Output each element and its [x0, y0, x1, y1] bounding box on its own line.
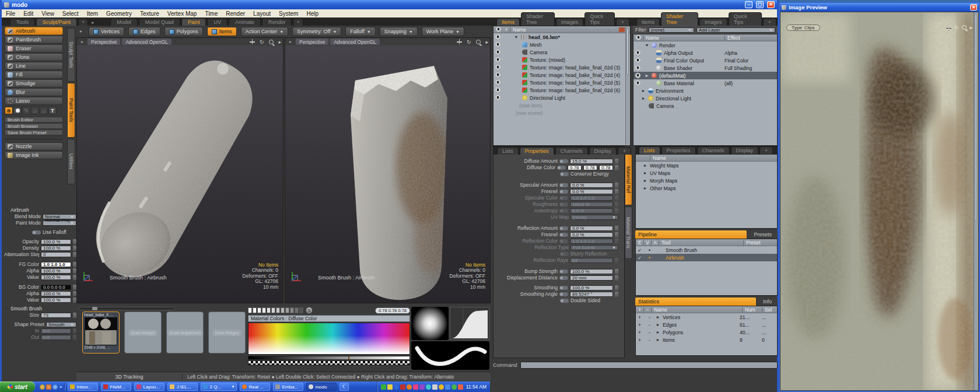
preview-canvas[interactable]: Type: Clips ↻ ▸ [780, 12, 979, 391]
fg-color-field[interactable]: 1.0 1.0 1.0 [41, 262, 71, 267]
pan-icon[interactable] [946, 25, 951, 30]
stat-row[interactable]: +-►Polygons40...... [636, 328, 777, 336]
chevron-right-icon[interactable]: ▸ [970, 24, 972, 30]
opacity-field[interactable]: 100.0 % [41, 239, 71, 244]
quicklaunch-overflow-icon[interactable]: » [60, 384, 62, 390]
value-swatch[interactable] [248, 307, 252, 313]
pan-icon[interactable] [457, 39, 462, 44]
menu-geometry[interactable]: Geometry [102, 10, 136, 17]
pipeline-row-selected[interactable]: ✓•Airbrush [636, 254, 777, 261]
vtab-paint-tools[interactable]: Paint Tools [67, 83, 75, 138]
value-swatch[interactable] [253, 307, 257, 313]
clip-type-button[interactable]: Type: Clips [786, 24, 820, 31]
brush-tip-text[interactable]: T [48, 107, 57, 114]
stat-row[interactable]: +-►Vertices21...... [636, 313, 777, 321]
quicklaunch-ie-icon[interactable] [52, 384, 58, 390]
task-button-group[interactable]: 2 Q...▼ [201, 383, 237, 391]
work-plane-dropdown[interactable]: Work Plane▼ [422, 27, 464, 36]
expander-icon[interactable]: ► [656, 323, 660, 327]
item-row[interactable]: Texture: Image: head_bake_final_02d (3) [494, 64, 630, 71]
brush-tip-round-hard[interactable] [13, 107, 22, 114]
expand-plus[interactable]: + [636, 314, 643, 320]
chevron-right-icon[interactable]: ▸ [485, 39, 488, 45]
tool-paintbrush[interactable]: Paintbrush [5, 36, 63, 44]
zoom-icon[interactable] [476, 40, 481, 44]
mode-vertices-button[interactable]: Vertices [89, 27, 124, 36]
eye-icon[interactable] [495, 80, 501, 85]
specular-fresnel-field[interactable]: 0.0 % [570, 189, 613, 194]
tab-paint[interactable]: Paint [181, 18, 206, 26]
smoothing-angle-field[interactable]: 89.5247 ° [570, 292, 613, 297]
fg-value-field[interactable]: 100.0 % [41, 275, 71, 280]
tool-lasso[interactable]: Lasso [5, 97, 63, 105]
tray-icon[interactable] [432, 384, 438, 390]
pipeline-title[interactable]: Pipeline [635, 230, 747, 239]
eye-icon[interactable] [495, 50, 501, 55]
expander-icon[interactable]: ► [656, 315, 660, 319]
conserve-energy-checkbox[interactable] [560, 172, 569, 176]
tray-icon[interactable] [381, 384, 386, 390]
enable-check-icon[interactable]: ✓ [636, 247, 643, 253]
item-row[interactable]: Texture: Image: head_bake_final_02d (4) [494, 71, 630, 79]
filter-select[interactable]: (none)▼ [649, 27, 694, 33]
pan-icon[interactable] [250, 39, 255, 44]
preview-scrollbar[interactable] [974, 12, 978, 390]
viewport-mode-button[interactable]: Perspective [88, 38, 120, 45]
hue-saturation-field[interactable] [248, 323, 410, 355]
tool-image-ink[interactable]: Image Ink [5, 151, 63, 159]
brightness-slider[interactable] [248, 356, 410, 360]
menu-texture[interactable]: Texture [136, 10, 163, 17]
statistics-title[interactable]: Statistics [635, 298, 756, 306]
menu-item[interactable]: Item [83, 10, 102, 17]
item-row-new[interactable]: (new item) [494, 102, 630, 109]
eye-icon[interactable] [495, 88, 501, 93]
env-toggle[interactable] [559, 270, 568, 274]
smoothing-field[interactable]: 100.0 % [570, 285, 613, 290]
tool-eraser[interactable]: Eraser [5, 44, 63, 52]
use-falloff-checkbox[interactable] [32, 230, 41, 235]
items-scrollbar[interactable] [625, 27, 629, 145]
value-swatch[interactable] [271, 307, 275, 313]
menu-select[interactable]: Select [58, 10, 83, 17]
expander-icon[interactable]: ► [643, 171, 648, 175]
mode-polygons-button[interactable]: Polygons [164, 27, 203, 36]
item-row[interactable]: Texture: Image: head_bake_final_02d (5) [494, 79, 630, 86]
eye-icon[interactable] [495, 34, 501, 40]
item-row[interactable]: Texture: Image: head_bake_final_02d (6) [494, 86, 630, 94]
brush-tip-procedural[interactable]: ✎ [22, 107, 30, 114]
env-toggle[interactable] [559, 183, 568, 187]
tab-shader-tree[interactable]: Shader Tree [661, 12, 698, 26]
shader-row[interactable]: Alpha OutputAlpha [634, 49, 777, 57]
eye-icon[interactable] [495, 57, 501, 62]
visible-dot-icon[interactable]: • [646, 247, 653, 253]
attenuation-steps-field[interactable]: 0 [41, 252, 71, 257]
add-layer-select[interactable]: Add Layer▼ [696, 27, 775, 33]
tab-sculpt-paint[interactable]: Sculpt/Paint [36, 18, 77, 26]
tab-animate[interactable]: Animate [229, 18, 261, 26]
spinner[interactable] [615, 285, 618, 290]
shader-row[interactable]: Base Material(all) [634, 79, 777, 87]
expander-icon[interactable]: ► [643, 163, 648, 167]
alpha-checker-strip[interactable] [248, 360, 410, 365]
close-button[interactable]: ✕ [767, 1, 775, 8]
eye-icon[interactable] [495, 72, 501, 78]
env-toggle[interactable] [559, 233, 568, 237]
eye-icon[interactable] [635, 50, 640, 55]
tab-uv[interactable]: UV [207, 18, 228, 26]
item-row-new[interactable]: (new scene) [494, 109, 630, 117]
tray-icon[interactable] [439, 384, 444, 390]
menu-vertexmap[interactable]: Vertex Map [163, 10, 201, 17]
task-button-filemaker[interactable]: FileM... [101, 383, 131, 391]
orbit-icon[interactable]: ↻ [467, 39, 471, 45]
value-swatch[interactable] [276, 307, 280, 313]
preview-close-button[interactable]: ✕ [970, 4, 977, 10]
tab-render[interactable]: Render [262, 18, 292, 26]
tab-quick-tips[interactable]: Quick Tips [729, 12, 762, 26]
task-button-character[interactable]: ☾ [340, 383, 349, 391]
menu-view[interactable]: View [37, 10, 58, 17]
tray-icon[interactable] [458, 384, 463, 390]
minimize-button[interactable]: – [745, 1, 752, 8]
spinner[interactable] [615, 183, 618, 188]
tab-tools[interactable]: Tools [10, 18, 35, 26]
task-button-inbox[interactable]: Inbox... [68, 383, 98, 391]
